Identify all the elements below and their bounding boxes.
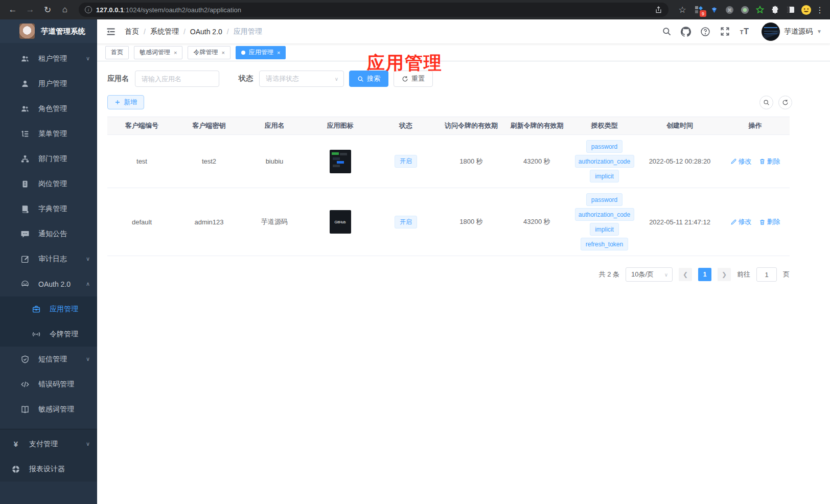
close-tab-icon[interactable]: ×	[277, 50, 280, 56]
font-size-icon[interactable]: TT	[739, 27, 749, 37]
green-star-extension-icon[interactable]	[753, 3, 767, 16]
sidebar-item-label: 错误码管理	[38, 380, 74, 389]
add-button[interactable]: 新增	[107, 95, 144, 109]
close-tab-icon[interactable]: ×	[221, 50, 224, 56]
command-extension-icon[interactable]: ⌘	[723, 3, 736, 16]
plus-icon	[114, 99, 121, 105]
sidebar-item-角色管理[interactable]: 角色管理	[0, 96, 97, 121]
page-size-select[interactable]: 10条/页 ∨	[626, 267, 673, 282]
goto-page-input[interactable]	[756, 267, 777, 282]
browser-home-icon[interactable]: ⌂	[57, 2, 73, 17]
edit-link[interactable]: 修改	[730, 157, 752, 166]
tab-首页[interactable]: 首页	[105, 46, 129, 59]
puzzle-extensions-icon[interactable]	[769, 3, 782, 16]
delete-link[interactable]: 删除	[759, 217, 780, 226]
profile-emoji-avatar[interactable]	[799, 3, 813, 16]
next-page-button[interactable]: ❯	[718, 268, 731, 281]
recorder-extension-icon[interactable]	[738, 3, 751, 16]
header-search-icon[interactable]	[661, 27, 672, 37]
sidebar-item-用户管理[interactable]: 用户管理	[0, 71, 97, 96]
delete-link[interactable]: 删除	[759, 157, 780, 166]
sidebar-item-错误码管理[interactable]: 错误码管理	[0, 372, 97, 397]
refresh-table-button[interactable]	[778, 96, 792, 109]
sidebar-item-label: 敏感词管理	[38, 405, 74, 414]
breadcrumb-item-应用管理: 应用管理	[234, 27, 262, 36]
sidebar-item-报表设计器[interactable]: 报表设计器	[0, 456, 97, 482]
status-badge: 开启	[395, 216, 417, 228]
edit-link[interactable]: 修改	[730, 217, 752, 226]
fullscreen-icon[interactable]	[720, 27, 730, 37]
side-panel-icon[interactable]	[784, 3, 797, 16]
svg-text:T: T	[744, 27, 749, 36]
sidebar-item-应用管理[interactable]: 应用管理	[0, 296, 97, 322]
tenant-users-icon	[20, 54, 30, 63]
cell-actions: 修改删除	[721, 135, 790, 188]
chevron-up-icon: ∧	[86, 281, 90, 287]
status-select[interactable]: 请选择状态 ∨	[259, 71, 344, 87]
sidebar-item-通知公告[interactable]: 通知公告	[0, 221, 97, 246]
gem-extension-icon[interactable]	[707, 3, 721, 16]
collapse-sidebar-icon[interactable]	[105, 26, 117, 37]
sidebar-item-租户管理[interactable]: 租户管理∨	[0, 46, 97, 71]
github-icon[interactable]	[681, 27, 691, 37]
sidebar-item-岗位管理[interactable]: 岗位管理	[0, 171, 97, 196]
reset-button[interactable]: 重置	[394, 71, 433, 87]
announcement-icon	[20, 230, 30, 239]
browser-menu-icon[interactable]: ⋮	[815, 5, 825, 15]
user-icon	[20, 79, 30, 88]
share-icon[interactable]	[654, 6, 662, 14]
cell-refresh_validity: 43200 秒	[504, 188, 570, 256]
search-button[interactable]: 搜索	[349, 71, 388, 87]
browser-back-icon[interactable]: ←	[5, 2, 20, 17]
svg-text:¥: ¥	[14, 440, 18, 448]
browser-reload-icon[interactable]: ↻	[40, 2, 55, 17]
column-header-应用图标: 应用图标	[307, 117, 373, 134]
tab-敏感词管理[interactable]: 敏感词管理×	[134, 46, 182, 59]
bookmark-star-icon[interactable]: ☆	[675, 2, 690, 17]
sidebar-item-短信管理[interactable]: 短信管理∨	[0, 347, 97, 372]
user-menu[interactable]: 芋道源码 ▼	[762, 22, 822, 41]
sidebar-item-label: 岗位管理	[38, 179, 67, 189]
status-label: 状态	[239, 74, 253, 83]
cell-grant_types: passwordauthorization_codeimplicit	[570, 135, 639, 188]
user-caret-down-icon: ▼	[817, 29, 822, 34]
help-icon[interactable]	[700, 27, 710, 37]
sidebar-item-部门管理[interactable]: 部门管理	[0, 146, 97, 171]
sidebar-item-字典管理[interactable]: 字典管理	[0, 196, 97, 221]
page-unit-label: 页	[783, 270, 790, 279]
sidebar-item-OAuth 2.0[interactable]: OAuth 2.0∧	[0, 271, 97, 296]
chevron-down-icon: ∨	[335, 76, 338, 82]
main-area: 首页/系统管理/OAuth 2.0/应用管理 TT	[97, 19, 830, 504]
trash-icon	[759, 158, 766, 165]
tab-应用管理[interactable]: 应用管理×	[236, 46, 286, 59]
sidebar-item-菜单管理[interactable]: 菜单管理	[0, 121, 97, 146]
grant-type-tag: authorization_code	[575, 208, 634, 221]
sidebar-item-令牌管理[interactable]: 令牌管理	[0, 322, 97, 347]
sidebar-item-敏感词管理[interactable]: 敏感词管理	[0, 397, 97, 422]
browser-forward-icon[interactable]: →	[22, 2, 38, 17]
breadcrumb-item-首页[interactable]: 首页	[125, 27, 139, 36]
prev-page-button[interactable]: ❮	[679, 268, 692, 281]
sidebar-item-支付管理[interactable]: ¥支付管理∨	[0, 431, 97, 456]
goto-label: 前往	[737, 270, 750, 279]
sidebar-logo[interactable]: 芋道管理系统	[0, 19, 97, 43]
close-tab-icon[interactable]: ×	[174, 50, 177, 56]
breadcrumb-item-系统管理[interactable]: 系统管理	[150, 27, 179, 36]
address-bar[interactable]: i 127.0.0.1:1024/system/oauth2/oauth2/ap…	[79, 3, 668, 17]
site-info-icon[interactable]: i	[85, 6, 92, 13]
tab-令牌管理[interactable]: 令牌管理×	[188, 46, 230, 59]
extension-grid-icon[interactable]: 9	[692, 3, 705, 16]
toggle-search-button[interactable]	[759, 96, 773, 109]
cell-actions: 修改删除	[721, 188, 790, 256]
table-toolbar: 新增	[107, 95, 792, 109]
app-icon-thumbnail[interactable]	[330, 150, 351, 173]
sidebar-item-审计日志[interactable]: 审计日志∨	[0, 246, 97, 271]
current-page-button[interactable]: 1	[698, 268, 711, 281]
app-name-input[interactable]	[135, 71, 219, 87]
chevron-down-icon: ∨	[86, 256, 90, 262]
app-icon-thumbnail[interactable]: GitHub	[330, 210, 351, 234]
svg-text:T: T	[740, 29, 744, 35]
breadcrumb-item-OAuth 2.0[interactable]: OAuth 2.0	[190, 28, 222, 36]
roles-users-icon	[20, 104, 30, 113]
cell-refresh_validity: 43200 秒	[504, 135, 570, 188]
